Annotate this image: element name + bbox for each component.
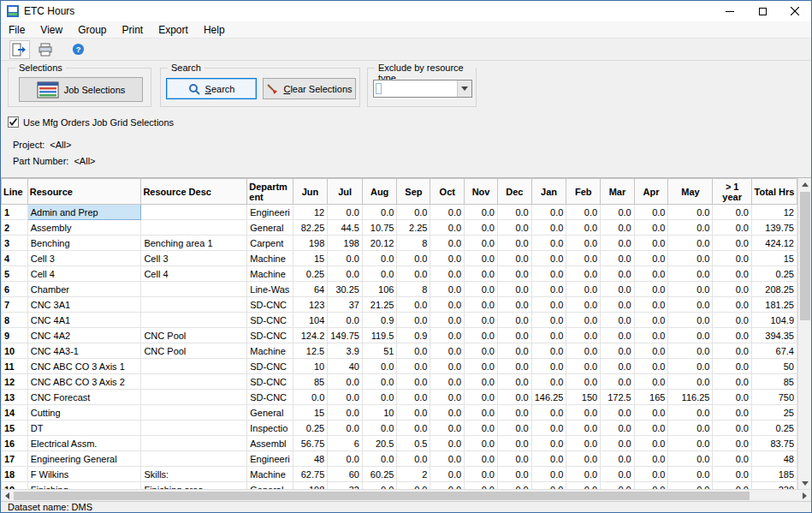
cell[interactable]: 30.25 [328, 282, 363, 297]
cell[interactable]: 0.0 [397, 251, 430, 266]
cell[interactable]: 0.0 [713, 236, 751, 251]
column-header-jan[interactable]: Jan [531, 179, 566, 205]
column-header--1-year[interactable]: > 1 year [713, 179, 751, 205]
cell[interactable]: 0.0 [430, 251, 465, 266]
cell[interactable]: 60.25 [362, 467, 396, 482]
cell[interactable]: 37 [328, 297, 363, 313]
cell[interactable]: SD-CNC [247, 313, 293, 328]
cell[interactable]: 0.0 [531, 359, 566, 374]
cell[interactable]: 0.0 [601, 436, 635, 451]
cell[interactable]: 0.0 [362, 251, 396, 266]
cell[interactable]: 0.0 [634, 467, 668, 482]
cell[interactable]: CNC Pool [141, 343, 247, 359]
cell[interactable]: 394.35 [751, 328, 797, 343]
cell[interactable]: 0.0 [668, 421, 713, 436]
cell[interactable]: 116.25 [668, 390, 713, 405]
horizontal-scroll-thumb[interactable] [14, 492, 750, 500]
cell[interactable]: 0.0 [430, 359, 465, 374]
cell[interactable]: 13 [2, 390, 28, 405]
cell[interactable]: 0.0 [668, 220, 713, 236]
cell[interactable]: CNC 4A1 [27, 313, 141, 328]
cell[interactable]: 0.0 [293, 390, 327, 405]
cell[interactable]: 0.0 [430, 282, 465, 297]
column-header-dec[interactable]: Dec [497, 179, 531, 205]
cell[interactable]: 0.0 [668, 451, 713, 467]
cell[interactable]: 0.0 [601, 297, 635, 313]
cell[interactable] [141, 436, 247, 451]
cell[interactable] [141, 313, 247, 328]
cell[interactable]: 0.25 [751, 266, 797, 282]
cell[interactable]: DT [27, 421, 141, 436]
cell[interactable]: 0.0 [328, 390, 363, 405]
cell[interactable]: 0.0 [397, 205, 430, 220]
cell[interactable]: 172.5 [601, 390, 635, 405]
cell[interactable]: 0.0 [531, 451, 566, 467]
cell[interactable]: 0.0 [497, 266, 531, 282]
cell[interactable]: Chamber [27, 282, 141, 297]
cell[interactable]: 0.0 [601, 405, 635, 421]
cell[interactable]: 0.0 [497, 236, 531, 251]
column-header-sep[interactable]: Sep [397, 179, 430, 205]
cell[interactable]: 198 [328, 236, 363, 251]
cell[interactable]: 0.0 [328, 374, 363, 390]
cell[interactable]: 0.0 [465, 297, 498, 313]
scroll-up-button[interactable] [798, 178, 812, 191]
cell[interactable]: Cutting [27, 405, 141, 421]
cell[interactable]: 0.0 [531, 374, 566, 390]
cell[interactable]: CNC ABC CO 3 Axis 2 [27, 374, 141, 390]
job-selections-button[interactable]: Job Selections [19, 77, 143, 102]
cell[interactable]: CNC ABC CO 3 Axis 1 [27, 359, 141, 374]
column-header-jul[interactable]: Jul [328, 179, 363, 205]
cell[interactable]: 0.0 [634, 220, 668, 236]
cell[interactable]: 0.0 [465, 266, 498, 282]
cell[interactable]: 0.0 [668, 374, 713, 390]
cell[interactable]: 15 [2, 421, 28, 436]
menu-print[interactable]: Print [115, 22, 151, 38]
cell[interactable]: 0.0 [668, 205, 713, 220]
cell[interactable]: 0.0 [465, 421, 498, 436]
horizontal-scrollbar[interactable] [1, 489, 811, 501]
cell[interactable]: 0.0 [465, 343, 498, 359]
cell[interactable]: 0.0 [566, 374, 601, 390]
cell[interactable]: 21.25 [362, 297, 396, 313]
cell[interactable]: 0.0 [497, 205, 531, 220]
cell[interactable]: 0.0 [566, 251, 601, 266]
cell[interactable]: 0.0 [497, 282, 531, 297]
cell[interactable]: 0.0 [497, 405, 531, 421]
cell[interactable]: 0.9 [397, 328, 430, 343]
cell[interactable]: 0.0 [713, 328, 751, 343]
cell[interactable]: 0.0 [601, 374, 635, 390]
cell[interactable]: 0.0 [531, 313, 566, 328]
vertical-scrollbar[interactable] [797, 178, 811, 490]
cell[interactable]: 10 [293, 359, 327, 374]
cell[interactable]: 0.0 [566, 328, 601, 343]
cell[interactable]: 124.2 [293, 328, 327, 343]
column-header-feb[interactable]: Feb [566, 179, 601, 205]
cell[interactable]: 0.0 [497, 436, 531, 451]
cell[interactable]: 10 [2, 343, 28, 359]
column-header-resource[interactable]: Resource [27, 179, 141, 205]
cell[interactable]: 0.0 [531, 467, 566, 482]
cell[interactable]: 0.0 [497, 328, 531, 343]
cell[interactable]: 0.0 [497, 343, 531, 359]
cell[interactable]: 0.0 [497, 467, 531, 482]
cell[interactable]: 181.25 [751, 297, 797, 313]
cell[interactable]: 56.75 [293, 436, 327, 451]
cell[interactable]: 9 [2, 328, 28, 343]
cell[interactable]: Engineering General [27, 451, 141, 467]
cell[interactable]: 64 [293, 282, 327, 297]
cell[interactable]: 0.0 [713, 359, 751, 374]
menu-view[interactable]: View [33, 22, 70, 38]
cell[interactable] [141, 205, 247, 220]
cell[interactable]: 0.0 [430, 266, 465, 282]
scroll-right-button[interactable] [798, 490, 811, 501]
cell[interactable]: 0.0 [566, 405, 601, 421]
cell[interactable] [141, 282, 247, 297]
cell[interactable]: 0.0 [465, 236, 498, 251]
cell[interactable] [141, 390, 247, 405]
cell[interactable]: 0.0 [328, 421, 363, 436]
cell[interactable]: 16 [2, 436, 28, 451]
cell[interactable]: 0.0 [430, 328, 465, 343]
cell[interactable]: 0.0 [713, 220, 751, 236]
cell[interactable]: 85 [293, 374, 327, 390]
